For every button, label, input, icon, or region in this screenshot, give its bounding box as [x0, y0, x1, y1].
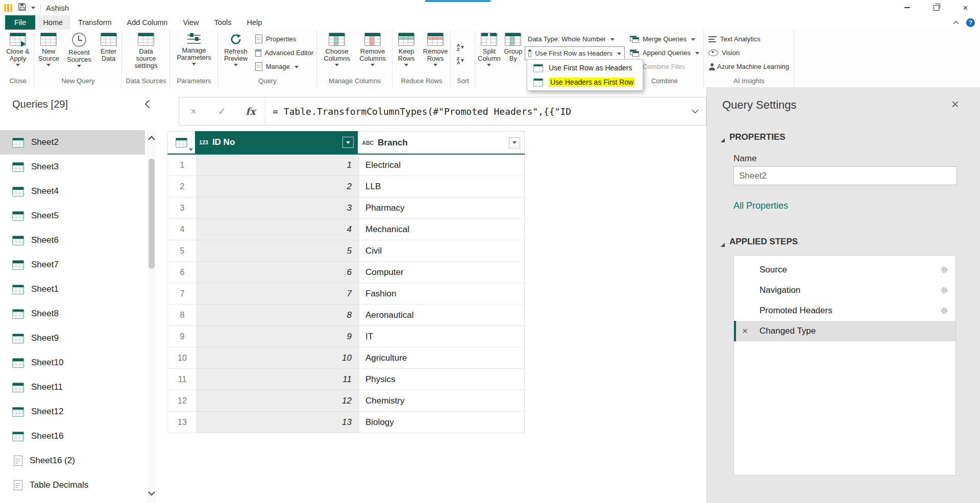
delete-step-icon[interactable]: × — [742, 325, 748, 337]
tab-home[interactable]: Home — [35, 15, 70, 30]
query-list-item[interactable]: Sheet4 — [0, 179, 145, 204]
properties-section-header[interactable]: PROPERTIES — [721, 132, 786, 142]
cell-id-no[interactable]: 7 — [197, 283, 359, 305]
query-list-item[interactable]: Sheet3 — [0, 155, 145, 179]
whole-number-type-icon[interactable]: 123 — [199, 139, 208, 145]
recent-sources-button[interactable]: Recent Sources — [64, 31, 95, 76]
row-number[interactable]: 1 — [167, 155, 197, 176]
cell-id-no[interactable]: 10 — [197, 347, 359, 369]
cell-branch[interactable]: Fashion — [359, 283, 525, 305]
cell-branch[interactable]: Physics — [359, 369, 525, 390]
menu-item[interactable]: Use First Row as Headers — [527, 61, 643, 75]
all-properties-link[interactable]: All Properties — [733, 200, 788, 211]
cell-branch[interactable]: Pharmacy — [359, 197, 525, 219]
commit-formula-button[interactable]: ✓ — [208, 97, 236, 125]
applied-steps-section-header[interactable]: APPLIED STEPS — [721, 237, 798, 247]
cell-branch[interactable]: Civil — [359, 240, 525, 262]
column-header-branch[interactable]: ABC Branch — [358, 131, 525, 154]
cell-id-no[interactable]: 6 — [197, 262, 359, 283]
keep-rows-button[interactable]: Keep Rows — [393, 31, 420, 76]
cell-branch[interactable]: Agriculture — [359, 347, 525, 369]
scroll-up-icon[interactable] — [148, 133, 155, 142]
row-number[interactable]: 8 — [167, 305, 197, 326]
column-header-id-no[interactable]: 123 ID No — [195, 131, 358, 154]
cell-id-no[interactable]: 12 — [197, 390, 359, 412]
use-first-row-as-headers-button[interactable]: Use First Row as Headers — [525, 46, 625, 60]
new-source-button[interactable]: New Source — [35, 31, 63, 76]
query-list-item[interactable]: Sheet16 (2) — [0, 448, 145, 473]
row-number[interactable]: 2 — [167, 176, 197, 197]
cell-branch[interactable]: IT — [359, 326, 525, 347]
tab-help[interactable]: Help — [239, 15, 270, 30]
row-number[interactable]: 12 — [167, 390, 197, 412]
help-icon[interactable]: ? — [966, 18, 975, 27]
row-number[interactable]: 9 — [167, 326, 197, 347]
row-number[interactable]: 4 — [167, 219, 197, 240]
tab-view[interactable]: View — [175, 15, 206, 30]
queries-scrollbar[interactable] — [147, 130, 156, 503]
applied-step[interactable]: Promoted Headers — [734, 300, 955, 321]
filter-button[interactable] — [342, 137, 354, 148]
maximize-button[interactable] — [922, 0, 951, 15]
scrollbar-thumb[interactable] — [149, 159, 155, 269]
merge-queries-button[interactable]: Merge Queries — [627, 33, 702, 45]
chevron-down-icon[interactable] — [189, 148, 193, 151]
collapse-pane-icon[interactable] — [144, 99, 150, 111]
collapse-ribbon-icon[interactable] — [953, 20, 959, 24]
cell-id-no[interactable]: 13 — [197, 412, 359, 433]
query-list-item[interactable]: Sheet6 — [0, 228, 145, 253]
row-number[interactable]: 11 — [167, 369, 197, 390]
minimize-button[interactable] — [893, 0, 922, 15]
row-number[interactable]: 10 — [167, 347, 197, 369]
gear-icon[interactable] — [940, 286, 948, 294]
row-number[interactable]: 6 — [167, 262, 197, 283]
cell-id-no[interactable]: 8 — [197, 305, 359, 326]
query-list-item[interactable]: Sheet8 — [0, 301, 145, 326]
query-list-item[interactable]: Sheet5 — [0, 204, 145, 228]
cell-branch[interactable]: Biology — [359, 412, 525, 433]
cell-id-no[interactable]: 11 — [197, 369, 359, 390]
sort-descending-button[interactable]: ZA — [457, 56, 469, 65]
scroll-down-icon[interactable] — [148, 489, 155, 498]
advanced-editor-button[interactable]: Advanced Editor — [252, 46, 316, 59]
close-apply-button[interactable]: Close & Apply — [2, 31, 34, 76]
tab-transform[interactable]: Transform — [70, 15, 119, 30]
cell-id-no[interactable]: 4 — [197, 219, 359, 240]
properties-button[interactable]: Properties — [252, 33, 316, 45]
close-window-button[interactable]: × — [951, 0, 980, 15]
query-name-input[interactable] — [733, 166, 957, 185]
data-source-settings-button[interactable]: Data source settings — [128, 31, 164, 76]
query-list-item[interactable]: Sheet11 — [0, 375, 145, 399]
enter-data-button[interactable]: Enter Data — [95, 31, 121, 76]
query-list-item[interactable]: Sheet7 — [0, 253, 145, 277]
azure-ml-button[interactable]: Azure Machine Learning — [705, 60, 792, 73]
choose-columns-button[interactable]: Choose Columns — [320, 31, 354, 76]
close-pane-icon[interactable]: × — [951, 97, 959, 111]
cell-id-no[interactable]: 2 — [197, 176, 359, 197]
add-step-fx-button[interactable]: fx — [236, 97, 265, 125]
gear-icon[interactable] — [940, 266, 948, 274]
manage-button[interactable]: Manage — [252, 60, 316, 73]
query-list-item[interactable]: Sheet16 — [0, 424, 145, 448]
cell-id-no[interactable]: 1 — [197, 155, 359, 176]
query-list-item[interactable]: Sheet1 — [0, 277, 145, 301]
query-list-item[interactable]: Sheet2 — [0, 130, 145, 155]
applied-step[interactable]: Navigation — [734, 280, 955, 300]
cell-branch[interactable]: Aeronautical — [359, 305, 525, 326]
tab-tools[interactable]: Tools — [207, 15, 239, 30]
refresh-preview-button[interactable]: Refresh Preview — [220, 31, 251, 76]
menu-item[interactable]: Use Headers as First Row — [527, 75, 643, 89]
data-type-button[interactable]: Data Type: Whole Number — [525, 33, 625, 45]
cell-branch[interactable]: Computer — [359, 262, 525, 283]
row-number[interactable]: 3 — [167, 197, 197, 219]
query-list-item[interactable]: Sheet12 — [0, 399, 145, 424]
expand-formula-icon[interactable] — [692, 107, 699, 116]
row-number[interactable]: 5 — [167, 240, 197, 262]
applied-step[interactable]: Source — [734, 260, 955, 280]
cancel-formula-button[interactable]: × — [179, 97, 208, 125]
sort-ascending-button[interactable]: AZ — [457, 43, 469, 52]
text-analytics-button[interactable]: Text Analytics — [705, 33, 792, 45]
applied-step[interactable]: ×Changed Type — [734, 321, 955, 341]
group-by-button[interactable]: Group By — [503, 31, 524, 76]
split-column-button[interactable]: Split Column — [477, 31, 502, 76]
